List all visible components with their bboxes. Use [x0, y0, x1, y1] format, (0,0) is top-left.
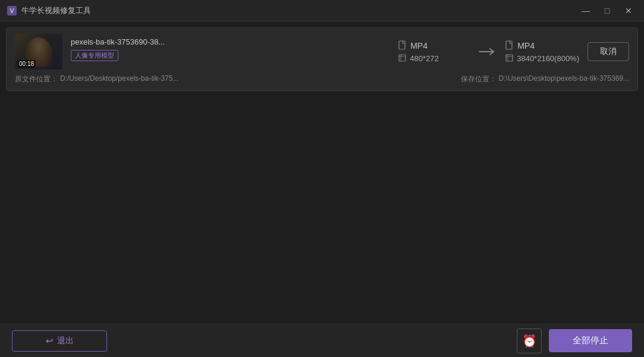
app-icon: V: [7, 6, 17, 15]
output-format-block: MP4 3840*2160(800%): [505, 40, 579, 64]
stop-all-button[interactable]: 全部停止: [549, 329, 632, 352]
footer-right: ⏰ 全部停止: [517, 328, 632, 353]
output-res-icon: [505, 54, 513, 64]
file-info: pexels-ba-tik-3753690-38... 人像专用模型: [71, 37, 390, 66]
source-path[interactable]: D:/Users/Desktop/pexels-ba-tik-375...: [60, 74, 178, 84]
svg-rect-2: [399, 41, 405, 49]
video-duration: 00:18: [17, 60, 36, 68]
titlebar: V 牛学长视频修复工具 — □ ✕: [0, 0, 644, 21]
app-title: 牛学长视频修复工具: [21, 5, 91, 16]
titlebar-controls: — □ ✕: [575, 0, 639, 21]
cancel-button[interactable]: 取消: [588, 42, 629, 61]
input-res-value: 480*272: [410, 54, 438, 63]
input-format-block: MP4 480*272: [398, 40, 470, 64]
input-res-icon: [398, 54, 406, 64]
convert-arrow: [478, 47, 497, 56]
svg-rect-4: [506, 41, 512, 49]
file-name: pexels-ba-tik-3753690-38...: [71, 37, 390, 46]
close-button[interactable]: ✕: [618, 0, 639, 21]
content-area: 00:18 pexels-ba-tik-3753690-38... 人像专用模型: [0, 21, 644, 324]
footer: ↩ 退出 ⏰ 全部停止: [0, 324, 644, 357]
svg-rect-3: [399, 55, 406, 61]
exit-button[interactable]: ↩ 退出: [12, 330, 107, 352]
card-top: 00:18 pexels-ba-tik-3753690-38... 人像专用模型: [15, 34, 629, 69]
minimize-button[interactable]: —: [575, 0, 596, 21]
model-tag: 人像专用模型: [71, 50, 118, 61]
output-file-icon: [505, 40, 514, 52]
timer-button[interactable]: ⏰: [517, 328, 542, 353]
output-format-label: MP4: [517, 41, 535, 50]
timer-icon: ⏰: [522, 334, 537, 348]
output-format-row: MP4: [505, 40, 579, 52]
input-format-row: MP4: [398, 40, 470, 52]
video-thumbnail: 00:18: [15, 34, 62, 69]
svg-rect-5: [506, 55, 513, 61]
svg-text:V: V: [10, 8, 14, 14]
card-main: 00:18 pexels-ba-tik-3753690-38... 人像专用模型: [15, 34, 629, 84]
titlebar-left: V 牛学长视频修复工具: [7, 5, 91, 16]
output-resolution: 3840*2160(800%): [505, 54, 579, 64]
input-format-label: MP4: [410, 41, 428, 50]
save-label: 保存位置：: [461, 74, 497, 84]
input-file-icon: [398, 40, 407, 52]
file-card: 00:18 pexels-ba-tik-3753690-38... 人像专用模型: [6, 27, 638, 91]
input-resolution: 480*272: [398, 54, 470, 64]
maximize-button[interactable]: □: [596, 0, 618, 21]
file-paths-row: 原文件位置： D:/Users/Desktop/pexels-ba-tik-37…: [15, 74, 629, 84]
save-path[interactable]: D:\Users\Desktop\pexels-ba-tik-375369...: [499, 74, 629, 84]
exit-label: 退出: [57, 336, 74, 346]
source-label: 原文件位置：: [15, 74, 58, 84]
output-res-value: 3840*2160(800%): [517, 54, 579, 63]
exit-icon: ↩: [46, 336, 54, 346]
